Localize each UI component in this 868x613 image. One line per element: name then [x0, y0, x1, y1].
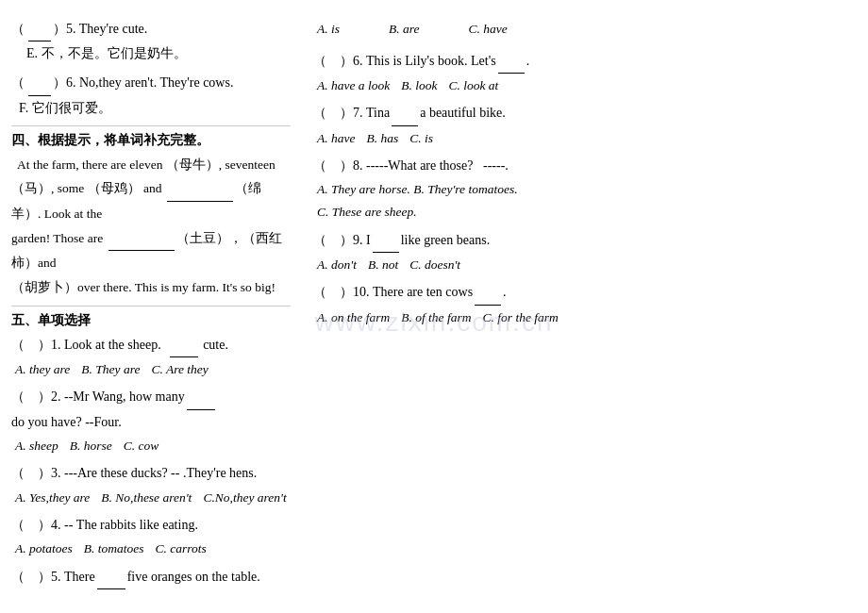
q2-suffix: do you have? --Four. — [11, 410, 122, 434]
q4-opt-b: B. tomatoes — [84, 538, 144, 559]
rq9: （ ）9. I like green beans. A. don't B. no… — [313, 228, 857, 275]
q3-opt-c: C.No,they aren't — [203, 488, 286, 508]
q5-paren: （ ）5. There — [11, 565, 95, 588]
rq9-paren: （ ）9. I — [313, 228, 371, 252]
rq6-paren: （ ）6. This is Lily's book. Let's — [313, 49, 496, 73]
q4-opt-c: C. carrots — [156, 538, 207, 559]
rq10-opt-c: C. for the farm — [483, 307, 559, 328]
rq7-opt-a: A. have — [317, 128, 355, 149]
rq8-opt-c: C. These are sheep. — [317, 202, 857, 223]
rq7-opt-b: B. has — [366, 128, 398, 149]
section4-title: 四、根据提示，将单词补充完整。 — [11, 132, 291, 149]
q2-opt-a: A. sheep — [15, 436, 58, 456]
rq5-options: A. is B. are C. have — [313, 19, 857, 40]
q2-paren: （ ）2. --Mr Wang, how many — [11, 385, 185, 408]
rq8-text: （ ）8. -----What are those? -----. — [313, 154, 509, 177]
item-5-text: ）5. They're cute. — [53, 17, 147, 41]
q1-opt-c: C. Are they — [151, 359, 208, 380]
blank — [187, 385, 215, 409]
q1: （ ）1. Look at the sheep. cute. A. they a… — [11, 333, 291, 380]
right-column: A. is B. are C. have （ ）6. This is Lily'… — [302, 9, 868, 604]
rq8-opt-a: A. They are horse. B. They're tomatoes. — [317, 179, 857, 200]
rq10-period: . — [503, 280, 507, 304]
q1-options: A. they are B. They are C. Are they — [11, 359, 291, 380]
rq5-opt-c: C. have — [469, 19, 508, 40]
blank — [28, 17, 51, 41]
rq9-opt-b: B. not — [368, 255, 398, 275]
rq10-options: A. on the farm B. of the farm C. for the… — [313, 307, 857, 328]
paren: （ — [11, 17, 25, 41]
rq9-opt-c: C. doesn't — [409, 255, 460, 275]
paren: （ — [11, 71, 25, 94]
rq6-opt-b: B. look — [401, 75, 437, 96]
q1-opt-b: B. They are — [81, 359, 140, 380]
blank — [475, 280, 501, 305]
q4: （ ）4. -- The rabbits like eating. A. pot… — [11, 513, 291, 559]
left-column: （ ）5. They're cute. E. 不，不是。它们是奶牛。 （ ）6.… — [0, 9, 302, 604]
blank — [392, 101, 418, 125]
divider — [11, 306, 291, 306]
rq7-opt-c: C. is — [409, 128, 433, 149]
rq10: （ ）10. There are ten cows . A. on the fa… — [313, 280, 857, 327]
blank — [28, 71, 51, 95]
section5-title: 五、单项选择 — [11, 312, 291, 329]
q1-paren: （ ）1. Look at the sheep. — [11, 333, 168, 356]
q2: （ ）2. --Mr Wang, how many do you have? -… — [11, 385, 291, 456]
q3-text: （ ）3. ---Are these ducks? -- .They're he… — [11, 461, 257, 485]
q3: （ ）3. ---Are these ducks? -- .They're he… — [11, 461, 291, 507]
rq9-options: A. don't B. not C. doesn't — [313, 255, 857, 275]
q5-suffix: five oranges on the table. — [127, 565, 260, 588]
rq6: （ ）6. This is Lily's book. Let's . A. ha… — [313, 49, 857, 96]
rq7-options: A. have B. has C. is — [313, 128, 857, 149]
rq6-period: . — [526, 49, 530, 73]
q4-options: A. potatoes B. tomatoes C. carrots — [11, 538, 291, 559]
item-6-label: F. 它们很可爱。 — [19, 96, 111, 120]
item-5-label: E. 不，不是。它们是奶牛。 — [26, 41, 187, 65]
rq6-options: A. have a look B. look C. look at — [313, 75, 857, 96]
matching-item-6: （ ）6. No,they aren't. They're cows. F. 它… — [11, 71, 291, 119]
q3-opt-a: A. Yes,they are — [15, 488, 90, 508]
rq6-opt-c: C. look at — [448, 75, 498, 96]
rq5-opt-b: B. are — [389, 19, 420, 40]
rq8: （ ）8. -----What are those? -----. A. The… — [313, 154, 857, 222]
rq9-opt-a: A. don't — [317, 255, 357, 275]
q3-opt-b: B. No,these aren't — [101, 488, 192, 508]
q3-options: A. Yes,they are B. No,these aren't C.No,… — [11, 488, 291, 508]
q2-opt-c: C. cow — [124, 436, 159, 456]
blank — [167, 176, 233, 202]
section4-paragraph: At the farm, there are eleven （母牛）, seve… — [11, 153, 291, 300]
q1-suffix: cute. — [200, 333, 228, 356]
rq10-opt-b: B. of the farm — [401, 307, 471, 328]
blank — [170, 333, 198, 357]
rq10-paren: （ ）10. There are ten cows — [313, 280, 473, 304]
rq9-suffix: like green beans. — [401, 228, 490, 252]
rq5: A. is B. are C. have — [313, 19, 857, 40]
matching-item-5: （ ）5. They're cute. E. 不，不是。它们是奶牛。 — [11, 17, 291, 65]
rq7-paren: （ ）7. Tina — [313, 101, 390, 124]
blank — [97, 565, 125, 589]
q2-options: A. sheep B. horse C. cow — [11, 436, 291, 456]
blank — [108, 226, 175, 252]
blank — [373, 228, 399, 253]
blank — [498, 49, 525, 74]
rq8-options: A. They are horse. B. They're tomatoes. … — [313, 179, 857, 222]
rq7-suffix: a beautiful bike. — [420, 101, 506, 124]
q5: （ ）5. There five oranges on the table. — [11, 565, 291, 589]
rq5-opt-a: A. is — [317, 19, 340, 40]
rq10-opt-a: A. on the farm — [317, 307, 390, 328]
q1-opt-a: A. they are — [15, 359, 70, 380]
q4-opt-a: A. potatoes — [15, 538, 73, 559]
rq7: （ ）7. Tina a beautiful bike. A. have B. … — [313, 101, 857, 148]
q2-opt-b: B. horse — [70, 436, 112, 456]
divider — [11, 125, 291, 126]
rq6-opt-a: A. have a look — [317, 75, 390, 96]
item-6-text: ）6. No,they aren't. They're cows. — [53, 71, 233, 94]
q4-text: （ ）4. -- The rabbits like eating. — [11, 513, 198, 537]
